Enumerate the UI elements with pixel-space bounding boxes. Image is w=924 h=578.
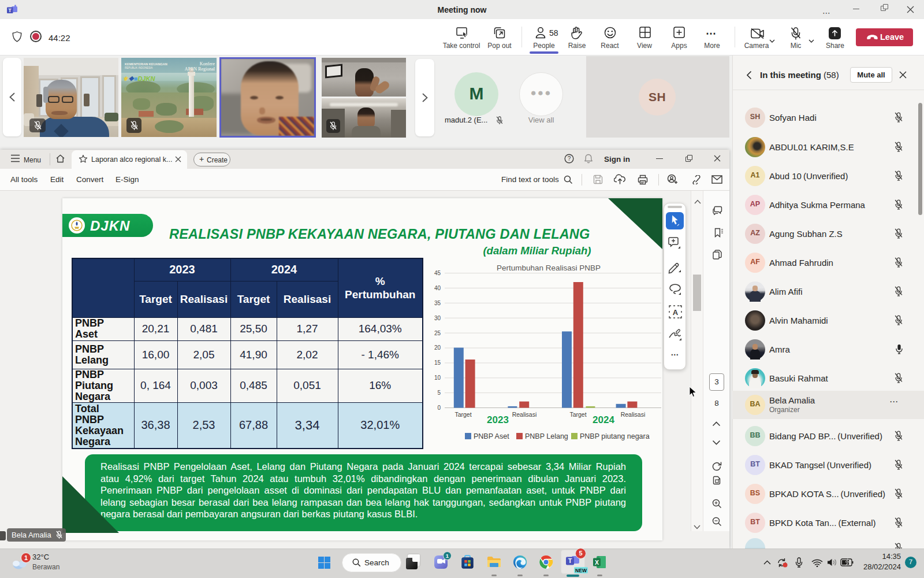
svg-text:Realisasi: Realisasi [512, 411, 537, 418]
svg-text:PNBP Aset: PNBP Aset [474, 432, 509, 440]
svg-text:10: 10 [434, 375, 441, 381]
svg-text:PNBP piutang negara: PNBP piutang negara [580, 432, 650, 440]
svg-text:A: A [673, 308, 679, 317]
svg-text:X: X [595, 559, 599, 566]
svg-text:45: 45 [434, 270, 441, 276]
svg-text:20: 20 [434, 344, 441, 351]
svg-text:Realisasi: Realisasi [621, 411, 646, 418]
svg-text:35: 35 [434, 300, 441, 306]
svg-text:Target: Target [454, 411, 471, 418]
svg-text:2024: 2024 [593, 414, 614, 425]
svg-text:5: 5 [437, 390, 441, 396]
svg-text:2023: 2023 [487, 414, 509, 425]
svg-text:25: 25 [434, 330, 441, 336]
svg-text:15: 15 [434, 360, 441, 366]
svg-text:40: 40 [434, 285, 441, 291]
svg-text:?: ? [568, 155, 571, 162]
svg-text:Pertumbuhan Realisasi PNBP: Pertumbuhan Realisasi PNBP [497, 264, 601, 272]
svg-text:T: T [568, 557, 572, 564]
svg-text:PNBP Lelang: PNBP Lelang [525, 432, 568, 440]
svg-text:Target: Target [569, 411, 586, 418]
svg-text:30: 30 [434, 315, 441, 321]
svg-text:0: 0 [437, 405, 441, 411]
